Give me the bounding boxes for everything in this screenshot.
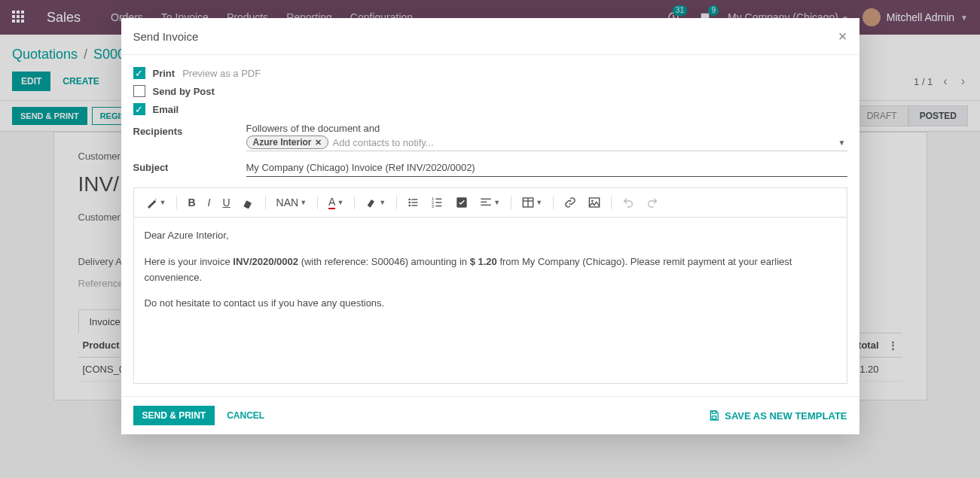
svg-rect-13 bbox=[436, 206, 442, 206]
avatar bbox=[862, 8, 881, 26]
bold-icon[interactable]: B bbox=[183, 193, 200, 212]
checkbox-email[interactable]: ✓ bbox=[133, 103, 145, 115]
user-name: Mitchell Admin bbox=[887, 11, 954, 23]
save-icon bbox=[708, 409, 720, 422]
status-stages: DRAFT POSTED bbox=[856, 105, 968, 126]
modal-send-print-button[interactable]: SEND & PRINT bbox=[133, 406, 215, 425]
label-print: Print bbox=[153, 68, 176, 79]
align-icon[interactable]: ▼ bbox=[475, 193, 505, 212]
send-and-print-button[interactable]: SEND & PRINT bbox=[12, 107, 87, 125]
undo-icon[interactable] bbox=[618, 193, 639, 212]
label-email: Email bbox=[153, 104, 179, 115]
svg-text:3: 3 bbox=[432, 204, 434, 209]
subject-input[interactable] bbox=[246, 159, 847, 177]
checkbox-send-by-post[interactable] bbox=[133, 85, 145, 97]
svg-rect-17 bbox=[481, 205, 491, 206]
body-greeting: Dear Azure Interior, bbox=[145, 228, 836, 244]
svg-rect-7 bbox=[412, 205, 418, 206]
label-send-by-post: Send by Post bbox=[153, 86, 215, 97]
link-icon[interactable] bbox=[560, 193, 581, 212]
stage-draft[interactable]: DRAFT bbox=[856, 105, 908, 126]
highlight-icon[interactable]: ▼ bbox=[361, 193, 390, 212]
checkbox-print[interactable]: ✓ bbox=[133, 67, 145, 79]
svg-point-1 bbox=[155, 199, 156, 199]
remove-recipient-icon[interactable]: ✕ bbox=[315, 138, 322, 148]
discuss-badge: 9 bbox=[708, 5, 719, 16]
recipients-dropdown-icon[interactable]: ▼ bbox=[838, 139, 846, 147]
underline-icon[interactable]: U bbox=[218, 193, 234, 212]
pager: 1 / 1 ‹ › bbox=[914, 72, 968, 91]
activities-badge: 31 bbox=[673, 5, 687, 16]
font-color-icon[interactable]: A▼ bbox=[324, 193, 348, 212]
svg-rect-11 bbox=[436, 202, 442, 202]
email-body-editor: ▼ B I U NAN▼ A▼ bbox=[133, 187, 847, 384]
editor-toolbar: ▼ B I U NAN▼ A▼ bbox=[134, 188, 847, 218]
cancel-button[interactable]: CANCEL bbox=[218, 406, 273, 425]
image-icon[interactable] bbox=[584, 193, 605, 212]
recipients-input[interactable]: Azure Interior ✕ Add contacts to notify.… bbox=[246, 134, 847, 151]
label-subject: Subject bbox=[133, 159, 246, 173]
svg-rect-23 bbox=[713, 411, 716, 413]
app-brand[interactable]: Sales bbox=[47, 10, 81, 26]
body-main: Here is your invoice INV/2020/0002 (with… bbox=[145, 254, 836, 286]
recipient-tag: Azure Interior ✕ bbox=[246, 135, 328, 149]
svg-rect-15 bbox=[481, 199, 491, 199]
magic-icon[interactable]: ▼ bbox=[142, 193, 171, 212]
pager-next-icon[interactable]: › bbox=[958, 72, 968, 91]
hint-preview-pdf[interactable]: Preview as a PDF bbox=[182, 68, 261, 79]
svg-rect-9 bbox=[436, 199, 442, 199]
body-closing: Do not hesitate to contact us if you hav… bbox=[145, 296, 836, 312]
italic-icon[interactable]: I bbox=[203, 193, 215, 212]
stage-posted[interactable]: POSTED bbox=[908, 105, 968, 126]
svg-rect-5 bbox=[412, 202, 418, 202]
create-button[interactable]: CREATE bbox=[53, 72, 108, 91]
apps-icon[interactable] bbox=[12, 11, 26, 24]
th-options[interactable]: ⋮ bbox=[884, 333, 902, 358]
svg-point-22 bbox=[591, 200, 594, 202]
recipients-placeholder: Add contacts to notify... bbox=[333, 137, 847, 148]
table-icon[interactable]: ▼ bbox=[517, 193, 547, 212]
svg-rect-24 bbox=[713, 416, 716, 419]
clear-format-icon[interactable] bbox=[238, 193, 259, 212]
svg-point-4 bbox=[409, 202, 411, 204]
svg-point-6 bbox=[409, 205, 411, 207]
svg-point-2 bbox=[409, 199, 411, 201]
checklist-icon[interactable] bbox=[451, 193, 472, 212]
send-invoice-modal: Send Invoice × ✓ Print Preview as a PDF … bbox=[121, 18, 859, 434]
save-as-template-button[interactable]: SAVE AS NEW TEMPLATE bbox=[708, 409, 847, 422]
label-recipients: Recipients bbox=[133, 123, 246, 137]
pager-value: 1 / 1 bbox=[914, 76, 933, 87]
svg-rect-3 bbox=[412, 199, 418, 199]
editor-body[interactable]: Dear Azure Interior, Here is your invoic… bbox=[134, 218, 847, 383]
recipients-hint: Followers of the document and bbox=[246, 123, 847, 134]
font-size-select[interactable]: NAN▼ bbox=[272, 193, 311, 212]
ol-icon[interactable]: 123 bbox=[427, 193, 448, 212]
breadcrumb-root[interactable]: Quotations bbox=[12, 47, 78, 62]
ul-icon[interactable] bbox=[403, 193, 424, 212]
redo-icon[interactable] bbox=[642, 193, 663, 212]
pager-prev-icon[interactable]: ‹ bbox=[940, 72, 950, 91]
modal-backdrop: Send Invoice × ✓ Print Preview as a PDF … bbox=[0, 0, 980, 478]
close-icon[interactable]: × bbox=[838, 29, 847, 44]
edit-button[interactable]: EDIT bbox=[12, 72, 50, 91]
user-menu[interactable]: Mitchell Admin ▼ bbox=[862, 8, 968, 26]
svg-rect-16 bbox=[481, 202, 487, 202]
modal-title: Send Invoice bbox=[133, 30, 199, 43]
